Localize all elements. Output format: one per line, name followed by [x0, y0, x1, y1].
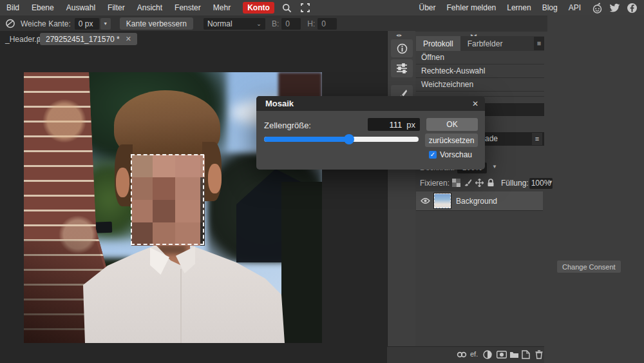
feather-label: Weiche Kante: — [21, 19, 71, 28]
menu-filter[interactable]: Filter — [108, 3, 125, 12]
tool-options-bar: Weiche Kante: 0 px ▼ Kante verbessern No… — [0, 15, 547, 32]
cell-size-input[interactable]: 111 px — [368, 118, 420, 131]
cell-size-value: 111 — [390, 120, 402, 130]
lock-position-icon[interactable] — [475, 179, 484, 187]
cell-size-slider[interactable] — [264, 137, 419, 142]
history-item-open[interactable]: Öffnen — [416, 51, 544, 64]
mosaic-dialog-titlebar[interactable]: Mosaik ✕ — [256, 96, 485, 111]
layer-name: Background — [456, 197, 497, 206]
menu-api[interactable]: API — [569, 3, 581, 12]
menu-blog[interactable]: Blog — [542, 3, 558, 12]
fill-dropdown-icon[interactable]: ▼ — [548, 179, 553, 185]
menu-ebene[interactable]: Ebene — [32, 3, 54, 12]
dialog-title: Mosaik — [265, 99, 294, 108]
menu-ueber[interactable]: Über — [419, 3, 436, 12]
doc-tab-active-close-icon[interactable]: ✕ — [126, 35, 131, 43]
preview-checkbox[interactable]: ✓ — [429, 151, 437, 159]
height-input[interactable]: 0 — [317, 18, 337, 30]
side-panel-strip: ◂▸ — [387, 31, 415, 363]
history-item-blur[interactable]: Weichzeichnen — [416, 78, 544, 92]
adjustment-layer-icon[interactable] — [483, 350, 492, 359]
properties-panel-button[interactable] — [391, 39, 413, 57]
delete-layer-icon[interactable] — [535, 350, 543, 359]
ok-button[interactable]: OK — [426, 118, 478, 131]
fullscreen-icon[interactable] — [300, 3, 310, 13]
chevron-down-icon: ⌄ — [256, 21, 261, 27]
new-layer-icon[interactable] — [522, 350, 530, 359]
menu-fehler-melden[interactable]: Fehler melden — [447, 3, 497, 12]
opacity-dropdown-icon[interactable]: ▼ — [492, 164, 497, 170]
change-consent-button[interactable]: Change Consent — [557, 260, 621, 273]
cell-size-label: Zellengröße: — [264, 121, 311, 130]
layer-mask-icon[interactable] — [497, 351, 507, 358]
konto-button[interactable]: Konto — [243, 2, 274, 14]
feather-dropdown-icon[interactable]: ▼ — [100, 18, 111, 30]
layer-row-background[interactable]: Background — [416, 191, 543, 211]
layer-thumbnail[interactable] — [434, 193, 451, 208]
ear-left — [116, 168, 129, 197]
eye-icon[interactable] — [421, 197, 430, 204]
height-label: H: — [307, 19, 315, 28]
photopea-app: Bild Ebene Auswahl Filter Ansicht Fenste… — [0, 0, 644, 363]
history-panel-menu-icon[interactable]: ≡ — [534, 37, 544, 50]
lock-all-icon[interactable] — [487, 179, 495, 187]
cell-size-slider-fill — [264, 137, 349, 142]
width-input[interactable]: 0 — [281, 18, 301, 30]
link-layers-icon[interactable] — [457, 351, 467, 358]
history-panel-tabs: Protokoll Farbfelder — [416, 36, 544, 51]
preview-label[interactable]: Vorschau — [440, 150, 472, 159]
shirt-button-placket — [180, 269, 182, 343]
mosaic-dialog: Mosaik ✕ Zellengröße: 111 px OK zurückse… — [256, 96, 485, 170]
menu-lernen[interactable]: Lernen — [507, 3, 531, 12]
layers-tab-fragment: ade — [485, 134, 498, 143]
canvas-area[interactable]: _Header.psd * ✕ 279252451_171570 * ✕ — [0, 31, 387, 363]
menu-fenster[interactable]: Fenster — [175, 3, 201, 12]
cell-size-unit: px — [406, 120, 415, 130]
doc-tab-active-label: 279252451_171570 * — [46, 35, 120, 44]
menu-mehr[interactable]: Mehr — [213, 3, 231, 12]
new-group-icon[interactable] — [509, 351, 519, 358]
lock-label: Fixieren: — [420, 179, 450, 188]
ear-right — [208, 164, 222, 193]
lock-row: Fixieren: Füllung: 100% x ▼ — [416, 175, 544, 191]
menu-bar-right: Über Fehler melden Lernen Blog API — [419, 3, 638, 14]
menu-auswahl[interactable]: Auswahl — [66, 3, 95, 12]
search-icon[interactable] — [282, 3, 292, 13]
blend-mode-value: Normal — [207, 19, 232, 28]
menu-bar: Bild Ebene Auswahl Filter Ansicht Fenste… — [0, 0, 644, 15]
doc-tab-active[interactable]: 279252451_171570 * ✕ — [40, 33, 137, 45]
reset-button[interactable]: zurücksetzen — [425, 133, 478, 147]
layers-panel-menu-icon[interactable]: ≡ — [532, 133, 542, 145]
layers-bottom-bar: ef. — [387, 346, 544, 363]
fill-label: Füllung: — [501, 179, 529, 188]
twitter-icon[interactable] — [609, 3, 620, 14]
blend-mode-select[interactable]: Normal ⌄ — [204, 18, 265, 30]
feather-input[interactable]: 0 px — [75, 18, 99, 30]
tab-farbfelder[interactable]: Farbfelder — [460, 36, 510, 51]
layer-effects-icon[interactable]: ef. — [470, 350, 478, 358]
lock-pixels-icon[interactable] — [464, 179, 472, 187]
adjustments-panel-button[interactable] — [391, 59, 413, 77]
lock-transparency-icon[interactable] — [452, 179, 460, 187]
menu-bild[interactable]: Bild — [6, 3, 19, 12]
tab-protokoll[interactable]: Protokoll — [416, 36, 460, 51]
cell-size-slider-thumb[interactable] — [344, 134, 354, 144]
facebook-icon[interactable] — [627, 3, 638, 14]
selection-marquee — [131, 154, 204, 245]
reddit-icon[interactable] — [592, 3, 603, 14]
dialog-close-icon[interactable]: ✕ — [472, 99, 478, 108]
history-item-rect-select[interactable]: Rechteck-Auswahl — [416, 64, 544, 78]
ellipse-marquee-tool-icon[interactable] — [5, 19, 15, 29]
panel-collapse-icon[interactable]: ◂▸ — [396, 32, 402, 38]
refine-edge-button[interactable]: Kante verbessern — [120, 17, 193, 30]
dark-background-right — [281, 182, 322, 343]
menu-ansicht[interactable]: Ansicht — [137, 3, 162, 12]
width-label: B: — [272, 19, 279, 28]
